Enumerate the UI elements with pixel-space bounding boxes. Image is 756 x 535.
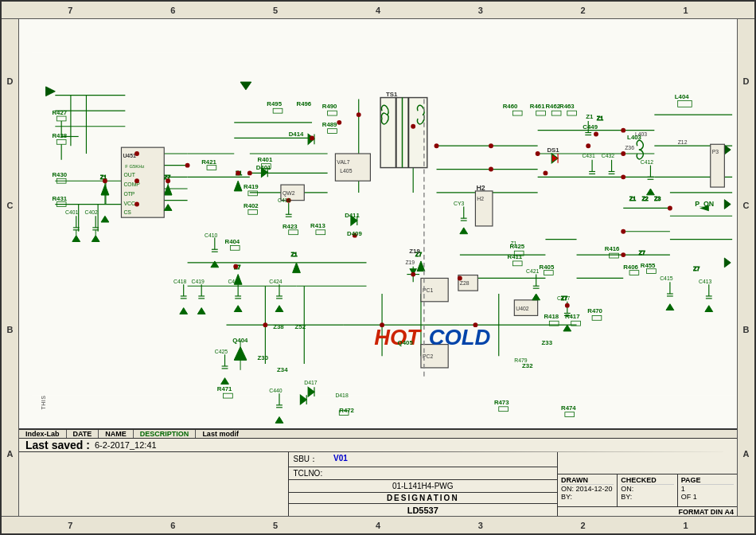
svg-text:C417: C417 [557, 295, 571, 301]
svg-text:R472: R472 [339, 407, 354, 414]
svg-text:C419: C419 [191, 279, 205, 284]
svg-point-266 [536, 151, 540, 156]
svg-text:OUT: OUT [123, 172, 135, 178]
svg-text:Z1: Z1 [629, 196, 636, 201]
svg-text:R460: R460 [503, 103, 518, 110]
svg-text:R416: R416 [605, 245, 620, 252]
right-border: D C B A [737, 19, 754, 516]
svg-text:R423: R423 [283, 223, 298, 230]
svg-text:D418: D418 [335, 392, 349, 398]
designation-label: DESIGNATION [289, 493, 558, 504]
svg-point-288 [621, 151, 625, 156]
row-b-right: B [743, 325, 750, 334]
svg-point-258 [166, 178, 170, 183]
svg-text:C401: C401 [65, 209, 79, 215]
sbu-label: SBU： [294, 454, 318, 465]
svg-text:R471: R471 [217, 385, 232, 392]
checked-block: CHECKED ON: BY: [618, 474, 677, 506]
svg-text:Z7: Z7 [639, 250, 645, 256]
bottom-col-labels: 7 6 5 4 3 2 1 [2, 521, 754, 530]
svg-point-276 [411, 272, 415, 277]
index-description: DESCRIPTION [134, 430, 197, 438]
svg-text:R431: R431 [52, 195, 67, 202]
svg-rect-196 [335, 154, 370, 181]
svg-point-289 [621, 229, 625, 234]
svg-text:R462: R462 [545, 103, 560, 110]
svg-text:R418: R418 [544, 313, 559, 320]
svg-text:Z1: Z1 [597, 115, 603, 121]
svg-text:COLD: COLD [429, 325, 491, 350]
svg-text:C418: C418 [173, 279, 187, 284]
svg-text:H2: H2 [476, 184, 485, 192]
svg-text:Z19: Z19 [409, 248, 420, 255]
svg-text:L405: L405 [340, 168, 352, 174]
last-saved-row: Last saved : 6-2-2017_12:41 [19, 439, 737, 452]
svg-point-290 [621, 252, 625, 257]
svg-point-278 [134, 151, 139, 156]
svg-text:R413: R413 [310, 222, 325, 229]
svg-text:VCC: VCC [123, 201, 134, 206]
svg-text:C432: C432 [602, 153, 615, 158]
svg-text:R430: R430 [52, 171, 67, 178]
svg-text:F    G5KHz: F G5KHz [125, 164, 144, 169]
svg-text:U402: U402 [516, 306, 529, 311]
bot-col-2: 2 [581, 521, 586, 530]
svg-text:C410: C410 [205, 232, 218, 238]
svg-text:R404: R404 [225, 238, 240, 245]
svg-rect-77 [565, 412, 575, 417]
svg-text:R401: R401 [258, 156, 273, 163]
svg-text:Q405: Q405 [398, 339, 414, 346]
sbu-row: SBU： V01 [289, 452, 558, 467]
last-saved-label: Last saved : [25, 439, 90, 451]
svg-text:L404: L404 [675, 93, 689, 100]
svg-point-286 [594, 132, 598, 137]
row-d-left: D [7, 76, 14, 86]
svg-text:QW2: QW2 [283, 190, 295, 197]
svg-text:R417: R417 [565, 313, 580, 320]
svg-text:D414: D414 [289, 131, 304, 138]
svg-text:P3: P3 [712, 149, 719, 154]
drawn-block: DRAWN ON: 2014-12-20 BY: [558, 474, 618, 506]
tcl-logo [558, 452, 737, 474]
svg-point-280 [134, 202, 139, 207]
svg-text:Z52: Z52 [295, 323, 306, 330]
svg-text:Z36: Z36 [625, 145, 634, 150]
bot-col-4: 4 [376, 521, 380, 530]
svg-point-261 [310, 135, 314, 140]
index-row: Index-Lab DATE NAME DESCRIPTION Last mod… [19, 430, 737, 439]
svg-text:R421: R421 [201, 158, 216, 166]
svg-text:VAL7: VAL7 [337, 159, 349, 165]
schematic-svg: TS1 U451 F G5KHz OUT COMP OTP VCC CS VAL… [32, 19, 737, 428]
svg-text:OTP: OTP [123, 191, 134, 197]
svg-text:H2: H2 [477, 196, 484, 201]
svg-text:C425: C425 [215, 349, 228, 354]
svg-text:Z19: Z19 [405, 260, 415, 265]
svg-text:DS1: DS1 [547, 146, 559, 154]
svg-text:R473: R473 [494, 399, 509, 406]
svg-text:Z1: Z1 [291, 252, 298, 257]
svg-text:C449: C449 [583, 123, 598, 131]
page-block: PAGE 1 OF 1 [678, 474, 737, 506]
svg-text:R479: R479 [514, 357, 528, 363]
svg-text:CY3: CY3 [454, 201, 464, 207]
svg-text:Z3: Z3 [654, 196, 661, 201]
svg-text:R406: R406 [623, 264, 638, 271]
svg-text:Z32: Z32 [522, 362, 533, 369]
svg-text:C415: C415 [660, 275, 673, 281]
svg-text:D417: D417 [304, 380, 318, 385]
svg-text:C424: C424 [269, 279, 283, 284]
svg-text:C402: C402 [84, 209, 98, 215]
svg-text:D401: D401 [256, 164, 271, 171]
svg-text:R490: R490 [322, 103, 337, 110]
svg-text:Z30: Z30 [258, 354, 269, 361]
svg-point-284 [489, 143, 493, 148]
row-c-right: C [743, 201, 750, 210]
svg-text:U451: U451 [123, 153, 136, 158]
sbu-value: V01 [333, 454, 348, 465]
last-saved-value: 6-2-2017_12:41 [95, 440, 157, 450]
col-1: 1 [683, 6, 688, 15]
svg-text:Z1: Z1 [586, 113, 594, 120]
svg-point-264 [435, 143, 439, 148]
svg-text:R419: R419 [244, 183, 259, 190]
row-d-right: D [743, 76, 750, 86]
